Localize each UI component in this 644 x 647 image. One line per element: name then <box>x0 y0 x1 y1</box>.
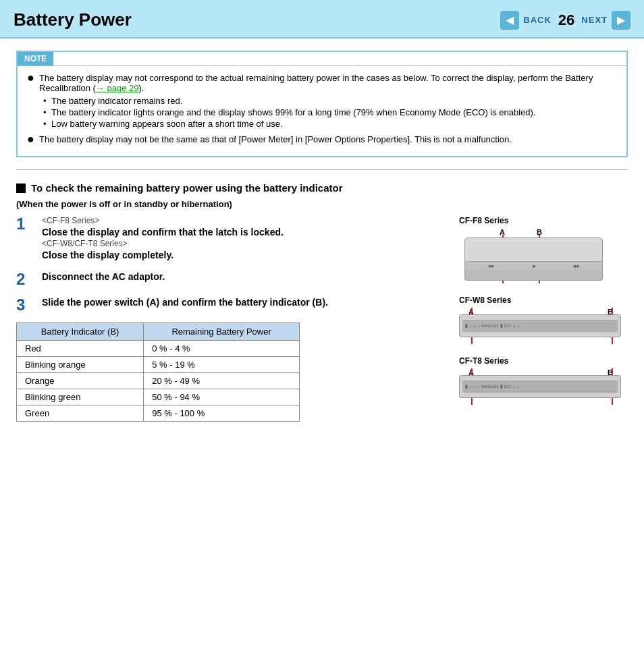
table-row: Blinking green50 % - 94 % <box>17 389 300 405</box>
step-2-content: Disconnect the AC adaptor. <box>42 271 446 283</box>
section-heading: To check the remaining battery power usi… <box>16 182 628 194</box>
table-cell-indicator-2: Orange <box>17 373 144 389</box>
note-bullet-2-text: The battery display may not be the same … <box>39 134 617 144</box>
note-bullet-1-post: ). <box>138 83 144 93</box>
table-cell-indicator-1: Blinking orange <box>17 357 144 373</box>
table-cell-indicator-3: Blinking green <box>17 389 144 405</box>
note-sub-item-2: The battery indicator lights orange and … <box>43 107 617 117</box>
step-1-sub-label-2: <CF-W8/CF-T8 Series> <box>42 239 446 248</box>
table-cell-indicator-4: Green <box>17 405 144 422</box>
note-content: ● The battery display may not correspond… <box>18 65 626 156</box>
step-3-number: 3 <box>16 297 38 313</box>
table-row: Orange20 % - 49 % <box>17 373 300 389</box>
step-1-main-text-1: Close the display and confirm that the l… <box>42 227 446 237</box>
cff8-diagram: A B ■■■■■ <box>459 228 608 283</box>
table-col2-header: Remaining Battery Power <box>144 323 300 341</box>
back-arrow-icon[interactable]: ◀ <box>500 11 519 30</box>
step-1: 1 <CF-F8 Series> Close the display and c… <box>16 216 446 262</box>
cft8-label: CF-T8 Series <box>459 356 628 366</box>
main-content: NOTE ● The battery display may not corre… <box>0 38 644 434</box>
cfw8-body: ▮○○○WIRELESS▮ECO○○ <box>459 314 621 337</box>
table-cell-indicator-0: Red <box>17 341 144 357</box>
page-navigation: ◀ BACK 26 NEXT ▶ <box>500 11 630 30</box>
note-label: NOTE <box>18 52 53 65</box>
next-label[interactable]: NEXT <box>581 15 608 25</box>
step-1-content: <CF-F8 Series> Close the display and con… <box>42 216 446 262</box>
table-row: Green95 % - 100 % <box>17 405 300 422</box>
cfw8-label: CF-W8 Series <box>459 296 628 305</box>
cff8-bottom <box>464 270 603 281</box>
step-3-main-text: Slide the power switch (A) and confirm t… <box>42 297 446 308</box>
back-label[interactable]: BACK <box>523 15 552 25</box>
step-1-main-text-2: Close the display completely. <box>42 250 446 260</box>
table-row: Red0 % - 4 % <box>17 341 300 357</box>
step-3: 3 Slide the power switch (A) and confirm… <box>16 297 446 313</box>
cff8-label: CF-F8 Series <box>459 216 628 225</box>
note-bullet-1: ● The battery display may not correspond… <box>27 73 617 130</box>
table-cell-power-4: 95 % - 100 % <box>144 405 300 422</box>
next-arrow-icon[interactable]: ▶ <box>612 11 630 30</box>
cfw8-diagram: A B ▮○○○WIRELESS▮ECO○○ <box>459 308 621 344</box>
note-link[interactable]: → page 29 <box>96 83 139 93</box>
note-sub-item-1: The battery indicator remains red. <box>43 96 617 106</box>
bullet-dot-2: ● <box>27 133 36 145</box>
steps-left: 1 <CF-F8 Series> Close the display and c… <box>16 216 446 422</box>
step-2: 2 Disconnect the AC adaptor. <box>16 271 446 287</box>
table-cell-power-0: 0 % - 4 % <box>144 341 300 357</box>
cfw8-diagram-container: CF-W8 Series A B ▮○○○WIRELESS▮ECO○○ <box>459 296 628 344</box>
step-2-main-text: Disconnect the AC adaptor. <box>42 271 446 282</box>
page-title: Battery Power <box>14 9 132 30</box>
step-area: 1 <CF-F8 Series> Close the display and c… <box>16 216 628 422</box>
cft8-diagram-container: CF-T8 Series A B ▮○○○WIRELESS▮ECO○○ <box>459 356 628 405</box>
step-2-number: 2 <box>16 271 38 287</box>
steps-right: CF-F8 Series A B ■■■■■ <box>446 216 628 422</box>
cfw8-inner: ▮○○○WIRELESS▮ECO○○ <box>462 320 618 332</box>
sub-heading: (When the power is off or in standby or … <box>16 199 628 209</box>
table-col1-header: Battery Indicator (B) <box>17 323 144 341</box>
battery-indicator-table: Battery Indicator (B) Remaining Battery … <box>16 322 300 422</box>
heading-square-icon <box>16 184 26 193</box>
cft8-diagram: A B ▮○○○WIRELESS▮ECO○○ <box>459 368 621 405</box>
table-cell-power-2: 20 % - 49 % <box>144 373 300 389</box>
note-sub-list-1: The battery indicator remains red. The b… <box>43 96 617 129</box>
bullet-dot-1: ● <box>27 72 36 84</box>
page-number: 26 <box>558 11 574 29</box>
step-1-number: 1 <box>16 216 38 232</box>
cff8-diagram-container: CF-F8 Series A B ■■■■■ <box>459 216 628 283</box>
divider <box>16 169 628 170</box>
page-header: Battery Power ◀ BACK 26 NEXT ▶ <box>0 0 644 38</box>
note-sub-item-3: Low battery warning appears soon after a… <box>43 119 617 129</box>
table-cell-power-3: 50 % - 94 % <box>144 389 300 405</box>
step-3-content: Slide the power switch (A) and confirm t… <box>42 297 446 309</box>
note-box: NOTE ● The battery display may not corre… <box>16 51 628 157</box>
cft8-body: ▮○○○WIRELESS▮ECO○○ <box>459 375 621 398</box>
table-row: Blinking orange5 % - 19 % <box>17 357 300 373</box>
note-bullet-1-text: The battery display may not correspond t… <box>39 73 617 130</box>
note-bullet-2: ● The battery display may not be the sam… <box>27 134 617 145</box>
cft8-inner: ▮○○○WIRELESS▮ECO○○ <box>462 381 618 393</box>
section-heading-text: To check the remaining battery power usi… <box>31 182 342 194</box>
step-1-sub-label-1: <CF-F8 Series> <box>42 216 446 225</box>
cff8-body: ■■■■■ <box>464 237 603 271</box>
table-cell-power-1: 5 % - 19 % <box>144 357 300 373</box>
